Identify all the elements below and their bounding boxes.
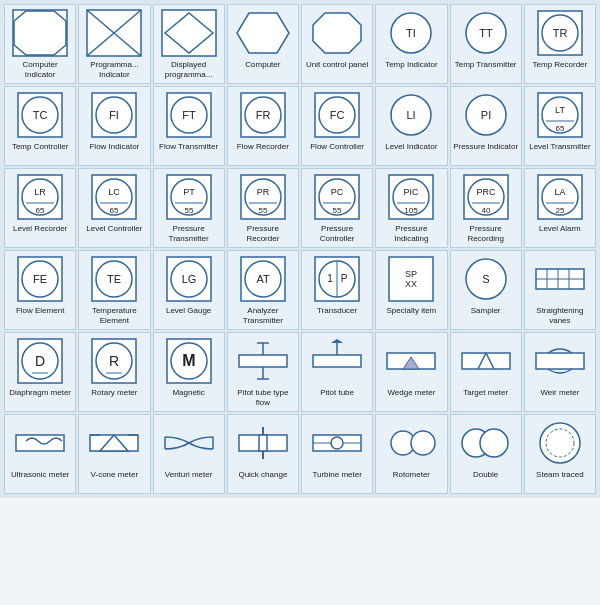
svg-marker-1 [14, 11, 66, 55]
temp-recorder: TR Temp Recorder [524, 4, 596, 84]
level-transmitter-symbol: LT 65 [532, 91, 588, 139]
svg-text:FC: FC [330, 109, 345, 121]
svg-text:TE: TE [107, 273, 121, 285]
level-indicator-symbol: LI [383, 91, 439, 139]
level-transmitter-label: Level Transmitter [529, 142, 590, 152]
temp-recorder-symbol: TR [532, 9, 588, 57]
svg-text:25: 25 [555, 206, 564, 215]
v-cone-meter-symbol [86, 419, 142, 467]
pressure-indicating: PIC 105 Pressure Indicating [375, 168, 447, 248]
svg-text:PR: PR [257, 187, 270, 197]
pressure-indicating-label: Pressure Indicating [378, 224, 444, 243]
level-alarm-label: Level Alarm [539, 224, 581, 234]
svg-text:TI: TI [406, 27, 416, 39]
sampler-label: Sampler [471, 306, 501, 316]
specialty-item-symbol: SP XX [383, 255, 439, 303]
svg-text:LT: LT [555, 105, 565, 115]
svg-text:65: 65 [36, 206, 45, 215]
svg-text:LI: LI [407, 109, 416, 121]
level-indicator-label: Level Indicator [385, 142, 437, 152]
svg-marker-8 [313, 13, 361, 53]
svg-text:55: 55 [258, 206, 267, 215]
svg-text:R: R [109, 353, 119, 369]
v-cone-meter-label: V-cone meter [91, 470, 139, 480]
svg-marker-140 [259, 435, 267, 451]
level-indicator: LI Level Indicator [375, 86, 447, 166]
steam-traced: Steam traced [524, 414, 596, 494]
weir-meter: Weir meter [524, 332, 596, 412]
diaphragm-meter-label: Diaphragm meter [9, 388, 71, 398]
specialty-item: SP XX Specialty item [375, 250, 447, 330]
turbine-meter-symbol [309, 419, 365, 467]
temperature-element-symbol: TE [86, 255, 142, 303]
transducer: 1 P Transducer [301, 250, 373, 330]
rotometer-symbol [383, 419, 439, 467]
svg-text:LR: LR [34, 187, 46, 197]
unit-control-panel-label: Unit control panel [306, 60, 368, 70]
pressure-recording-label: Pressure Recording [453, 224, 519, 243]
diaphragm-meter-symbol: D [12, 337, 68, 385]
displayed-programmable-symbol [161, 9, 217, 57]
level-controller-label: Level Controller [86, 224, 142, 234]
svg-point-152 [546, 429, 574, 457]
pressure-transmitter-symbol: PT 55 [161, 173, 217, 221]
magnetic-label: Magnetic [172, 388, 204, 398]
flow-indicator-symbol: FI [86, 91, 142, 139]
svg-rect-131 [536, 353, 584, 369]
svg-text:PIC: PIC [404, 187, 420, 197]
temp-controller-label: Temp Controller [12, 142, 68, 152]
svg-text:TR: TR [553, 27, 568, 39]
svg-marker-125 [331, 339, 343, 343]
rotary-meter-label: Rotary meter [91, 388, 137, 398]
double: Double [450, 414, 522, 494]
transducer-label: Transducer [317, 306, 357, 316]
level-gauge-symbol: LG [161, 255, 217, 303]
pitot-tube-label: Pitot tube [320, 388, 354, 398]
pressure-recorder-label: Pressure Recorder [230, 224, 296, 243]
svg-rect-123 [313, 355, 361, 367]
pressure-indicator-label: Pressure Indicator [453, 142, 518, 152]
level-controller-symbol: LC 65 [86, 173, 142, 221]
level-recorder: LR 65 Level Recorder [4, 168, 76, 248]
svg-rect-128 [462, 353, 510, 369]
svg-text:AT: AT [256, 273, 270, 285]
ultrasonic-meter-label: Ultrasonic meter [11, 470, 69, 480]
weir-meter-label: Weir meter [540, 388, 579, 398]
svg-text:55: 55 [184, 206, 193, 215]
rotary-meter-symbol: R [86, 337, 142, 385]
level-transmitter: LT 65 Level Transmitter [524, 86, 596, 166]
flow-transmitter: FT Flow Transmitter [153, 86, 225, 166]
temperature-element: TE Temperature Element [78, 250, 150, 330]
svg-text:PC: PC [331, 187, 344, 197]
svg-marker-7 [237, 13, 289, 53]
turbine-meter: Turbine meter [301, 414, 373, 494]
svg-text:FI: FI [109, 109, 119, 121]
magnetic: M Magnetic [153, 332, 225, 412]
pressure-indicating-symbol: PIC 105 [383, 173, 439, 221]
svg-text:PRC: PRC [476, 187, 496, 197]
target-meter-label: Target meter [463, 388, 508, 398]
svg-text:XX: XX [405, 279, 417, 289]
pitot-tube-type-flow: Pitot tube type flow [227, 332, 299, 412]
venturi-meter-symbol [161, 419, 217, 467]
analyzer-transmitter-symbol: AT [235, 255, 291, 303]
flow-element-label: Flow Element [16, 306, 64, 316]
flow-indicator-label: Flow Indicator [89, 142, 139, 152]
straightening-vanes-label: Straightening vanes [527, 306, 593, 325]
sampler-symbol: S [458, 255, 514, 303]
temp-indicator-symbol: TI [383, 9, 439, 57]
computer: Computer [227, 4, 299, 84]
ultrasonic-meter: Ultrasonic meter [4, 414, 76, 494]
displayed-programmable-label: Displayed programma... [156, 60, 222, 79]
svg-text:S: S [482, 273, 489, 285]
quick-change: Quick change [227, 414, 299, 494]
svg-text:PI: PI [480, 109, 490, 121]
temp-transmitter-label: Temp Transmitter [455, 60, 517, 70]
level-gauge-label: Level Gauge [166, 306, 211, 316]
magnetic-symbol: M [161, 337, 217, 385]
svg-text:55: 55 [333, 206, 342, 215]
venturi-meter: Venturi meter [153, 414, 225, 494]
transducer-symbol: 1 P [309, 255, 365, 303]
steam-traced-label: Steam traced [536, 470, 584, 480]
level-gauge: LG Level Gauge [153, 250, 225, 330]
